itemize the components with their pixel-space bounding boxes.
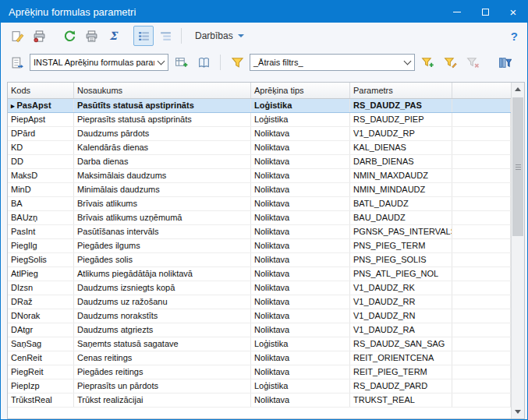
table-cell: Kalendārās dienas [74, 141, 251, 154]
table-cell: Loģistika [251, 379, 350, 393]
table-cell: DRaž [8, 295, 74, 309]
scroll-up-icon [515, 87, 521, 91]
table-row[interactable]: MaksDMaksimālais daudzumsNoliktavaNMIN_M… [8, 169, 511, 183]
load-list-button[interactable] [7, 52, 27, 72]
table-header: Kods Nosaukums Aprēķina tips Parametrs [8, 83, 511, 99]
table-row[interactable]: CenReitCenas reitingsNoliktavaREIT_ORIEN… [8, 351, 511, 365]
column-header-parametrs[interactable]: Parametrs [350, 83, 452, 98]
quick-filter-dropdown-button[interactable] [401, 55, 414, 70]
table-cell: NMIN_MAXDAUDZ [350, 169, 452, 182]
table-cell: Piegādes ilgums [74, 239, 251, 252]
table-cell: BATL_DAUDZ [350, 197, 452, 210]
table-cell: Noliktava [251, 225, 350, 238]
print-preview-button[interactable] [29, 26, 49, 46]
table-cell: REIT_PIEG_TERM [350, 365, 452, 379]
table-row[interactable]: BAUzņBrīvais atlikums uzņēmumāNoliktavaB… [8, 211, 511, 225]
table-cell: Noliktava [251, 323, 350, 337]
table-row[interactable]: DPārdDaudzums pārdotsNoliktavaV1_DAUDZ_R… [8, 127, 511, 141]
table-cell-filler [452, 379, 511, 393]
table-cell-filler [452, 169, 511, 182]
minimize-button[interactable] [443, 1, 471, 23]
table-row[interactable]: BABrīvais atlikumsNoliktavaBATL_DAUDZ [8, 197, 511, 211]
quick-filter-combo[interactable]: _Ātrais filtrs_ [250, 54, 415, 71]
table-cell: Brīvais atlikums uzņēmumā [74, 211, 251, 224]
edit-filter-button[interactable] [440, 52, 460, 72]
table-cell: Noliktava [251, 267, 350, 281]
table-row[interactable]: DDDarba dienasNoliktavaDARB_DIENAS [8, 155, 511, 169]
table-row[interactable]: SaņSagSaņemts statusā sagataveLoģistikaR… [8, 337, 511, 351]
table-row[interactable]: AtlPiegAtlikums piegādātāja noliktavāNol… [8, 267, 511, 281]
table-cell: Noliktava [251, 169, 350, 182]
table-row[interactable]: PiegReitPiegādes reitingsNoliktavaREIT_P… [8, 365, 511, 379]
quick-filter-button[interactable] [227, 52, 247, 72]
table-row[interactable]: PasIntPasūtīšanas intervālsNoliktavaPGNS… [8, 225, 511, 239]
table-row[interactable]: MinDMinimālais daudzumsNoliktavaNMIN_MIN… [8, 183, 511, 197]
refresh-button[interactable] [59, 26, 80, 46]
column-header-aprekina-tips[interactable]: Aprēķina tips [251, 83, 350, 98]
filter-settings-button[interactable] [494, 52, 515, 72]
table-row[interactable]: PiegSolisPiegādes solisNoliktavaPNS_PIEG… [8, 253, 511, 267]
help-icon[interactable]: ? [511, 30, 518, 43]
scroll-up-button[interactable] [512, 83, 524, 96]
scrollbar-thumb[interactable] [512, 97, 523, 236]
table-cell-filler [452, 225, 511, 238]
table-row[interactable]: ▸PasApstPasūtīts statusā apstiprinātsLoģ… [8, 99, 511, 113]
dataset-combo-dropdown-button[interactable] [154, 55, 168, 70]
clear-filter-button[interactable] [462, 52, 483, 72]
table-cell: CenReit [8, 351, 74, 365]
dataset-combo[interactable]: INSTAL Aprēķinu formulas parametri [30, 54, 168, 71]
table-cell: Pieprasīts statusā apstiprināts [74, 113, 251, 126]
table-row[interactable]: DAtgrDaudzums atgrieztsNoliktavaV1_DAUDZ… [8, 323, 511, 337]
table-cell: PiegReit [8, 365, 74, 379]
window-title: Aprēķinu formulas parametri [9, 6, 136, 18]
maximize-button[interactable] [471, 1, 499, 23]
table-cell: PNS_ATL_PIEG_NOL [350, 267, 452, 281]
table-cell-filler [452, 155, 511, 168]
table-cell: SaņSag [8, 337, 74, 351]
table-cell: RS_DAUDZ_SAN_SAG [350, 337, 452, 351]
table-add-icon [175, 56, 188, 69]
add-view-button[interactable] [171, 52, 191, 72]
table-cell: Noliktava [251, 281, 350, 295]
table-row[interactable]: PiegIlgPiegādes ilgumsNoliktavaPNS_PIEG_… [8, 239, 511, 253]
table-row[interactable]: PiepIzpPieprasīts un pārdotsLoģistikaRS_… [8, 379, 511, 394]
scrollbar-track[interactable] [512, 96, 524, 405]
table-row[interactable]: TrūkstRealTrūkst realizācijaiNoliktavaTR… [8, 394, 511, 408]
table-cell: PiegSolis [8, 253, 74, 266]
totals-button[interactable]: Σ [103, 26, 123, 46]
column-header-kods[interactable]: Kods [8, 83, 74, 98]
load-list-icon [11, 56, 24, 69]
table-row[interactable]: DIzsnDaudzums izsniegts kopāNoliktavaV1_… [8, 281, 511, 295]
main-toolbar: Σ Darbības ? [1, 23, 527, 49]
edit-button[interactable] [7, 26, 27, 46]
group-view-button[interactable] [155, 26, 175, 46]
scroll-down-button[interactable] [512, 405, 524, 418]
vertical-scrollbar[interactable] [511, 83, 524, 418]
minimize-icon [453, 12, 461, 12]
table-cell-filler [452, 253, 511, 266]
table-cell: Saņemts statusā sagatave [74, 337, 251, 351]
close-button[interactable]: × [499, 1, 527, 23]
scroll-down-icon [515, 410, 521, 414]
edit-filter-icon [444, 56, 457, 69]
add-filter-button[interactable] [417, 52, 438, 72]
table-cell: REIT_ORIENTCENA [350, 351, 452, 365]
actions-button[interactable]: Darbības [187, 26, 252, 45]
table-cell: PNS_PIEG_TERM [350, 239, 452, 252]
chevron-down-icon [238, 34, 244, 37]
table-cell: Daudzums uz ražošanu [74, 295, 251, 309]
table-row[interactable]: DRažDaudzums uz ražošanuNoliktavaV1_DAUD… [8, 295, 511, 309]
refresh-icon [63, 30, 76, 43]
list-view-button[interactable] [133, 26, 154, 46]
table-cell-filler [452, 267, 511, 281]
column-header-nosaukums[interactable]: Nosaukums [74, 83, 251, 98]
table-cell: Cenas reitings [74, 351, 251, 365]
filter-toolbar: INSTAL Aprēķinu formulas parametri _Ātra… [1, 49, 527, 76]
table-cell-filler [452, 197, 511, 210]
table-row[interactable]: PiepApstPieprasīts statusā apstiprinātsL… [8, 113, 511, 127]
print-button[interactable] [81, 26, 101, 46]
table-row[interactable]: KDKalendārās dienasNoliktavaKAL_DIENAS [8, 141, 511, 155]
totals-sigma-icon: Σ [109, 30, 117, 42]
table-row[interactable]: DNorakDaudzums norakstītsNoliktavaV1_DAU… [8, 309, 511, 323]
dictionary-button[interactable] [193, 52, 214, 72]
